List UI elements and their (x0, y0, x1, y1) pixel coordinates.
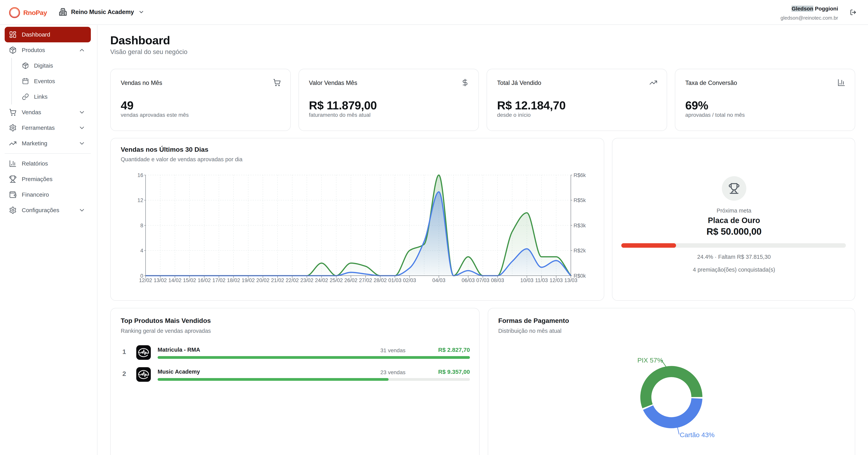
svg-text:20/02: 20/02 (256, 278, 270, 283)
svg-text:28/02: 28/02 (374, 278, 387, 283)
svg-text:02/03: 02/03 (403, 278, 416, 283)
svg-text:06/03: 06/03 (462, 278, 475, 283)
svg-text:26/02: 26/02 (344, 278, 358, 283)
svg-text:23/02: 23/02 (300, 278, 313, 283)
svg-text:R$2k: R$2k (574, 248, 586, 254)
svg-text:01/03: 01/03 (389, 278, 402, 283)
svg-text:21/02: 21/02 (271, 278, 284, 283)
svg-text:8: 8 (140, 223, 143, 228)
svg-text:27/02: 27/02 (359, 278, 372, 283)
svg-text:19/02: 19/02 (242, 278, 255, 283)
svg-text:PIX 57%: PIX 57% (638, 357, 663, 364)
svg-text:08/03: 08/03 (491, 278, 504, 283)
svg-text:24/02: 24/02 (315, 278, 328, 283)
svg-text:07/03: 07/03 (476, 278, 490, 283)
svg-text:10/03: 10/03 (520, 278, 534, 283)
svg-text:R$5k: R$5k (574, 197, 586, 203)
svg-text:04/03: 04/03 (432, 278, 445, 283)
svg-text:13/02: 13/02 (154, 278, 167, 283)
svg-text:16: 16 (137, 172, 143, 178)
svg-text:11/03: 11/03 (535, 278, 548, 283)
svg-text:12/03: 12/03 (550, 278, 563, 283)
svg-text:14/02: 14/02 (168, 278, 182, 283)
svg-text:4: 4 (140, 248, 143, 254)
svg-text:12: 12 (137, 197, 143, 203)
svg-text:R$6k: R$6k (574, 172, 586, 178)
svg-text:12/02: 12/02 (139, 278, 152, 283)
svg-text:18/02: 18/02 (227, 278, 240, 283)
svg-text:13/03: 13/03 (564, 278, 578, 283)
svg-text:25/02: 25/02 (330, 278, 343, 283)
svg-text:R$3k: R$3k (574, 223, 586, 228)
svg-text:15/02: 15/02 (183, 278, 196, 283)
svg-text:16/02: 16/02 (197, 278, 211, 283)
svg-text:Cartão 43%: Cartão 43% (680, 431, 715, 438)
svg-text:17/02: 17/02 (212, 278, 225, 283)
svg-text:22/02: 22/02 (286, 278, 299, 283)
